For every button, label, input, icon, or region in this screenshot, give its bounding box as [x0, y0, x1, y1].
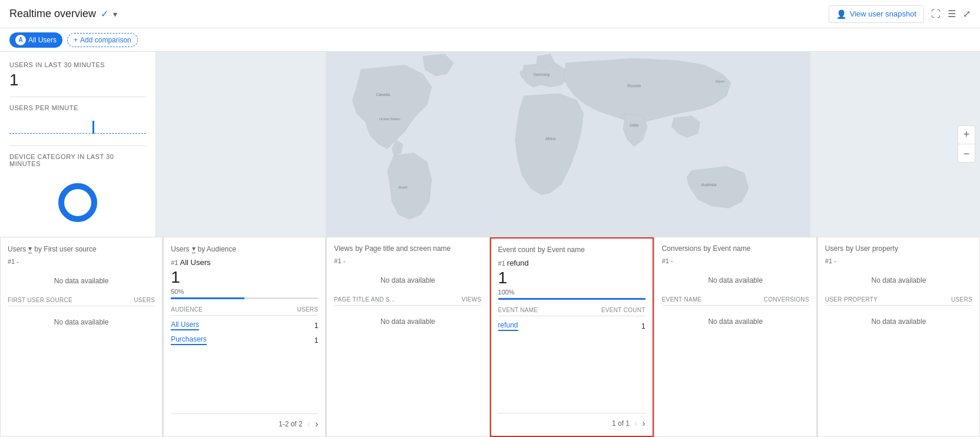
views-suffix: by Page title and screen name: [355, 244, 451, 253]
view-snapshot-label: View user snapshot: [850, 9, 916, 18]
conversions-col1: EVENT NAME: [662, 296, 702, 303]
share-button[interactable]: ⤢: [963, 8, 971, 19]
views-rank: #1 -: [334, 257, 481, 264]
view-snapshot-button[interactable]: 👤 View user snapshot: [829, 5, 924, 23]
audience-all-users[interactable]: All Users: [171, 320, 199, 330]
header: Realtime overview ✓ ▾ 👤 View user snapsh…: [0, 0, 980, 28]
all-users-label: All Users: [28, 36, 57, 44]
card-user-property: Users by User property #1 - No data avai…: [817, 237, 980, 437]
audience-bar: [171, 297, 244, 299]
users-value: 1: [9, 71, 146, 90]
top-half: USERS IN LAST 30 MINUTES 1 USERS PER MIN…: [0, 52, 980, 237]
event-bar-container: [498, 298, 645, 300]
svg-text:Africa: Africa: [545, 137, 555, 141]
svg-text:Germany: Germany: [534, 72, 550, 77]
card-conversions: Conversions by Event name #1 - No data a…: [654, 237, 817, 437]
audience-dropdown[interactable]: ▾: [192, 244, 196, 253]
zoom-out-button[interactable]: −: [958, 145, 975, 162]
users-stat-section: USERS IN LAST 30 MINUTES 1: [9, 61, 146, 97]
audience-pagination: 1-2 of 2: [279, 420, 303, 428]
user-property-col2: USERS: [951, 296, 972, 303]
audience-table-header: AUDIENCE USERS: [171, 304, 318, 316]
donut-chart: [54, 179, 101, 226]
card-title-conversions: Conversions by Event name: [662, 244, 809, 253]
views-col2: VIEWS: [462, 296, 482, 303]
zoom-in-button[interactable]: +: [958, 126, 975, 143]
user-property-suffix: by User property: [846, 244, 898, 253]
audience-purchasers[interactable]: Purchasers: [171, 335, 207, 345]
conversions-col2: CONVERSIONS: [764, 296, 809, 303]
event-next[interactable]: ›: [642, 418, 645, 429]
add-comparison-label: Add comparison: [80, 36, 131, 44]
audience-prev[interactable]: ‹: [307, 419, 310, 429]
conversions-rank: #1 -: [662, 257, 809, 264]
conversions-dash: -: [671, 257, 673, 264]
device-category-label: DEVICE CATEGORY IN LAST 30 MINUTES: [9, 153, 146, 167]
no-data-top-1: No data available: [8, 267, 155, 294]
world-map-svg: Canada United States Brazil Germany Afri…: [156, 52, 980, 237]
users-label: USERS IN LAST 30 MINUTES: [9, 61, 146, 68]
device-category-section: DEVICE CATEGORY IN LAST 30 MINUTES DESKT…: [9, 153, 146, 237]
bottom-cards: Users ▾ by First user source #1 - No dat…: [0, 237, 980, 437]
event-refund[interactable]: refund: [498, 321, 518, 331]
header-left: Realtime overview ✓ ▾: [9, 8, 117, 20]
svg-text:India: India: [630, 123, 638, 127]
card-title-dropdown[interactable]: ▾: [28, 244, 32, 253]
svg-point-1: [61, 186, 94, 219]
all-users-badge[interactable]: A All Users: [9, 32, 62, 48]
conversions-suffix: by Event name: [703, 244, 750, 253]
audience-all-users-value: 1: [314, 322, 319, 330]
snapshot-icon: 👤: [836, 9, 846, 19]
card-title-users-label: Users: [8, 245, 26, 253]
card-title-first-user-source: Users ▾ by First user source: [8, 244, 155, 253]
header-title: Realtime overview: [9, 8, 96, 20]
svg-text:Australia: Australia: [701, 183, 717, 187]
event-prev[interactable]: ‹: [634, 418, 637, 429]
audience-users-label: Users: [171, 245, 189, 253]
card-title-audience: Users ▾ by Audience: [171, 244, 318, 253]
svg-text:Japan: Japan: [715, 80, 724, 83]
card-title-user-property: Users by User property: [825, 244, 972, 253]
user-property-col1: USER PROPERTY: [825, 296, 878, 303]
user-property-no-data-top: No data available: [825, 267, 972, 294]
card-title-event-count: Event count by Event name: [498, 246, 645, 254]
audience-main-value: 1: [171, 268, 318, 287]
verified-icon: ✓: [101, 8, 108, 19]
add-comparison-button[interactable]: + Add comparison: [67, 33, 138, 47]
conversions-no-data-bottom: No data available: [662, 308, 809, 335]
table-header-1: FIRST USER SOURCE USERS: [8, 294, 155, 306]
audience-purchasers-value: 1: [314, 336, 319, 345]
settings-button[interactable]: ☰: [948, 8, 956, 19]
svg-text:Canada: Canada: [376, 92, 390, 97]
audience-col2: USERS: [297, 306, 318, 313]
donut-chart-container: [9, 174, 146, 231]
no-data-bottom-1: No data available: [8, 309, 155, 336]
users-per-minute-label: USERS PER MINUTE: [9, 104, 146, 111]
col2-label-1: USERS: [134, 297, 155, 303]
plus-icon: +: [74, 36, 78, 44]
svg-text:Brazil: Brazil: [399, 186, 408, 189]
audience-next[interactable]: ›: [315, 419, 318, 429]
event-count-label: Event count: [498, 246, 535, 254]
conversions-label: Conversions: [662, 244, 701, 253]
col1-label-1: FIRST USER SOURCE: [8, 297, 72, 303]
audience-footer: 1-2 of 2 ‹ ›: [171, 413, 318, 429]
event-table-header: EVENT NAME EVENT COUNT: [498, 304, 645, 316]
header-dropdown-arrow[interactable]: ▾: [113, 9, 117, 19]
views-no-data-top: No data available: [334, 267, 481, 294]
user-property-table-header: USER PROPERTY USERS: [825, 294, 972, 306]
user-property-rank: #1 -: [825, 257, 972, 264]
audience-main-label: All Users: [180, 258, 210, 267]
views-dash: -: [343, 257, 346, 264]
views-no-data-bottom: No data available: [334, 308, 481, 335]
card-audience: Users ▾ by Audience #1 All Users 1 50% A…: [163, 237, 326, 437]
card-title-suffix1: by First user source: [34, 245, 96, 253]
event-percent: 100%: [498, 289, 645, 296]
card-rank-1: #1 -: [8, 258, 155, 265]
audience-row-1: All Users 1: [171, 318, 318, 333]
event-bar: [498, 298, 645, 300]
event-pagination: 1 of 1: [612, 419, 630, 428]
header-right: 👤 View user snapshot ⛶ ☰ ⤢: [829, 5, 971, 23]
expand-button[interactable]: ⛶: [931, 9, 941, 19]
event-refund-value: 1: [641, 322, 645, 330]
